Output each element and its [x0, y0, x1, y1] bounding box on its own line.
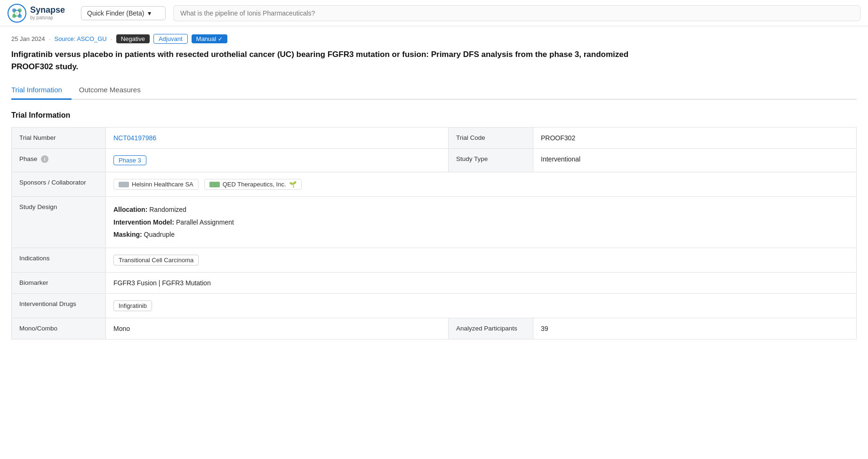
separator-dot: · — [49, 35, 51, 43]
quick-finder-dropdown[interactable]: Quick Finder (Beta) ▾ — [81, 6, 166, 20]
header: Synapse by patsnap Quick Finder (Beta) ▾ — [0, 0, 868, 26]
label-sponsors: Sponsors / Collaborator — [12, 172, 106, 197]
synapse-logo-icon — [8, 4, 26, 23]
phase-badge: Phase 3 — [113, 155, 146, 165]
intervention-model-value: Parallel Assignment — [176, 218, 234, 226]
indication-tag: Transitional Cell Carcinoma — [113, 255, 199, 266]
masking-label: Masking: — [113, 231, 142, 238]
label-trial-code: Trial Code — [449, 128, 533, 149]
intervention-model-label: Intervention Model: — [113, 218, 174, 226]
tabs-container: Trial Information Outcome Measures — [11, 81, 857, 100]
source-link[interactable]: Source: ASCO_GU — [54, 35, 106, 42]
intervention-model-row: Intervention Model: Parallel Assignment — [113, 216, 849, 229]
value-mono-combo: Mono — [106, 318, 449, 339]
qed-extra-icon: 🌱 — [289, 181, 297, 188]
trial-information-table: Trial Number NCT04197986 Trial Code PROO… — [11, 127, 857, 339]
masking-value: Quadruple — [144, 231, 175, 238]
value-trial-code: PROOF302 — [533, 128, 857, 149]
article-title: Infigratinib versus placebo in patients … — [11, 48, 670, 72]
phase-info-icon[interactable]: i — [41, 155, 48, 163]
label-phase: Phase i — [12, 149, 106, 172]
separator-dot-2: · — [111, 35, 113, 43]
sponsor-qed[interactable]: QED Therapeutics, Inc. 🌱 — [204, 179, 302, 190]
qed-logo-icon — [209, 182, 220, 187]
chevron-down-icon: ▾ — [148, 9, 151, 17]
drug-tag: Infigratinib — [113, 300, 152, 311]
label-indications: Indications — [12, 248, 106, 272]
table-row: Biomarker FGFR3 Fusion | FGFR3 Mutation — [12, 272, 857, 293]
masking-row: Masking: Quadruple — [113, 228, 849, 241]
sponsor-helsinn[interactable]: Helsinn Healthcare SA — [113, 179, 199, 190]
value-biomarker: FGFR3 Fusion | FGFR3 Mutation — [106, 272, 857, 293]
allocation-value: Randomized — [149, 206, 186, 213]
value-study-type: Interventional — [533, 149, 857, 172]
meta-row: 25 Jan 2024 · Source: ASCO_GU · Negative… — [11, 34, 857, 44]
logo-name: Synapse — [30, 6, 65, 15]
quick-finder-label: Quick Finder (Beta) — [87, 9, 144, 17]
label-biomarker: Biomarker — [12, 272, 106, 293]
table-row: Study Design Allocation: Randomized Inte… — [12, 197, 857, 248]
tab-trial-information[interactable]: Trial Information — [11, 81, 72, 100]
tab-outcome-measures[interactable]: Outcome Measures — [79, 81, 150, 100]
check-icon: ✓ — [218, 36, 223, 42]
helsinn-logo-icon — [119, 182, 129, 187]
value-analyzed-participants: 39 — [533, 318, 857, 339]
label-analyzed-participants: Analyzed Participants — [449, 318, 533, 339]
manual-badge[interactable]: Manual ✓ — [192, 34, 228, 43]
table-row: Trial Number NCT04197986 Trial Code PROO… — [12, 128, 857, 149]
value-study-design: Allocation: Randomized Intervention Mode… — [106, 197, 857, 248]
label-mono-combo: Mono/Combo — [12, 318, 106, 339]
logo-sub: by patsnap — [30, 15, 65, 20]
negative-badge: Negative — [116, 34, 150, 43]
logo-area: Synapse by patsnap — [8, 4, 73, 23]
table-row: Phase i Phase 3 Study Type Interventiona… — [12, 149, 857, 172]
value-interventional-drugs: Infigratinib — [106, 293, 857, 318]
search-input[interactable] — [173, 5, 860, 21]
trial-number-link[interactable]: NCT04197986 — [113, 134, 156, 142]
label-study-design: Study Design — [12, 197, 106, 248]
allocation-label: Allocation: — [113, 206, 147, 213]
table-row: Interventional Drugs Infigratinib — [12, 293, 857, 318]
section-title: Trial Information — [11, 111, 857, 120]
label-trial-number: Trial Number — [12, 128, 106, 149]
adjuvant-badge[interactable]: Adjuvant — [153, 34, 188, 44]
content-area: 25 Jan 2024 · Source: ASCO_GU · Negative… — [0, 26, 868, 347]
value-indications: Transitional Cell Carcinoma — [106, 248, 857, 272]
value-phase: Phase 3 — [106, 149, 449, 172]
manual-badge-label: Manual — [196, 35, 217, 42]
table-row: Mono/Combo Mono Analyzed Participants 39 — [12, 318, 857, 339]
allocation-row: Allocation: Randomized — [113, 203, 849, 216]
value-trial-number: NCT04197986 — [106, 128, 449, 149]
logo-text: Synapse by patsnap — [30, 6, 65, 20]
article-date: 25 Jan 2024 — [11, 35, 45, 42]
label-interventional-drugs: Interventional Drugs — [12, 293, 106, 318]
value-sponsors: Helsinn Healthcare SA QED Therapeutics, … — [106, 172, 857, 197]
table-row: Indications Transitional Cell Carcinoma — [12, 248, 857, 272]
table-row: Sponsors / Collaborator Helsinn Healthca… — [12, 172, 857, 197]
label-study-type: Study Type — [449, 149, 533, 172]
